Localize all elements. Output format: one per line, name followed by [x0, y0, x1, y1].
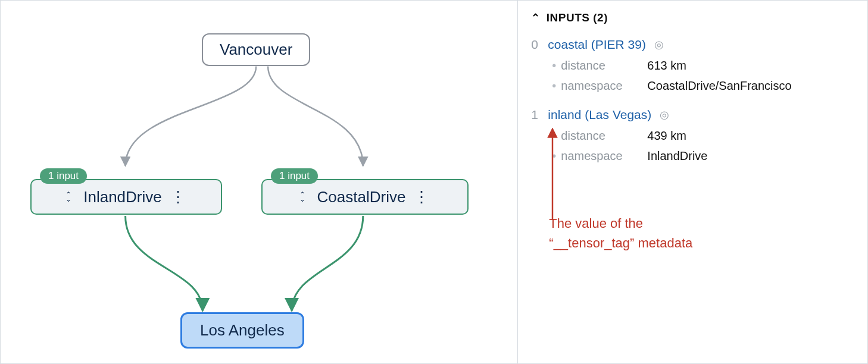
- kv-key: namespace: [561, 76, 647, 96]
- annotation-text: The value of the “__tensor_tag” metadata: [549, 214, 854, 253]
- node-source-label: Vancouver: [220, 40, 292, 59]
- node-op-inland[interactable]: 1 input ⌃⌄ InlandDrive ⋮: [30, 179, 222, 215]
- node-op-inland-label: InlandDrive: [83, 188, 162, 206]
- kv-row: • distance 613 km: [552, 55, 854, 76]
- annotation-arrow: [547, 128, 558, 223]
- inputs-section-header[interactable]: ⌃ INPUTS (2): [531, 11, 854, 24]
- root: Vancouver 1 input ⌃⌄ InlandDrive ⋮ 1 inp…: [0, 0, 868, 364]
- node-op-coastal[interactable]: 1 input ⌃⌄ CoastalDrive ⋮: [261, 179, 469, 215]
- badge-coastal: 1 input: [271, 168, 318, 184]
- input-row: 1 inland (Las Vegas) ◎ • distance 439 km…: [531, 108, 854, 166]
- bullet-icon: •: [552, 55, 556, 76]
- annotation-line-2: “__tensor_tag” metadata: [549, 236, 692, 250]
- kv-value: CoastalDrive/SanFrancisco: [647, 76, 791, 96]
- kv-key: distance: [561, 55, 647, 76]
- expand-icon[interactable]: ⌃⌄: [62, 192, 75, 202]
- kv-row: • namespace InlandDrive: [552, 146, 854, 166]
- edge-vancouver-coastal: [268, 66, 363, 166]
- kv-row: • distance 439 km: [552, 125, 854, 146]
- node-op-coastal-label: CoastalDrive: [317, 188, 406, 206]
- inputs-title: INPUTS (2): [547, 11, 608, 24]
- node-source[interactable]: Vancouver: [202, 33, 310, 66]
- annotation-line-1: The value of the: [549, 216, 643, 231]
- kv-key: distance: [561, 125, 647, 146]
- input-index: 0: [531, 37, 539, 52]
- kebab-menu-icon[interactable]: ⋮: [414, 189, 429, 205]
- edge-vancouver-inland: [126, 66, 257, 166]
- chevron-up-icon: ⌃: [531, 11, 541, 24]
- input-row: 0 coastal (PIER 39) ◎ • distance 613 km …: [531, 37, 854, 96]
- kv-value: 439 km: [647, 125, 686, 146]
- kv-value: InlandDrive: [647, 146, 707, 166]
- node-sink[interactable]: Los Angeles: [180, 312, 304, 349]
- side-panel: ⌃ INPUTS (2) 0 coastal (PIER 39) ◎ • dis…: [518, 1, 867, 363]
- expand-icon[interactable]: ⌃⌄: [296, 192, 309, 202]
- edge-inland-la: [126, 216, 203, 311]
- node-sink-label: Los Angeles: [200, 321, 285, 340]
- kv-key: namespace: [561, 146, 647, 166]
- kv-row: • namespace CoastalDrive/SanFrancisco: [552, 76, 854, 96]
- input-name[interactable]: coastal (PIER 39): [548, 37, 646, 52]
- locate-icon[interactable]: ◎: [660, 108, 669, 121]
- edge-coastal-la: [292, 216, 363, 311]
- input-name[interactable]: inland (Las Vegas): [548, 108, 651, 122]
- input-index: 1: [531, 108, 539, 122]
- locate-icon[interactable]: ◎: [654, 38, 664, 51]
- bullet-icon: •: [552, 76, 556, 96]
- badge-inland: 1 input: [40, 168, 87, 184]
- graph-canvas: Vancouver 1 input ⌃⌄ InlandDrive ⋮ 1 inp…: [1, 1, 518, 363]
- kebab-menu-icon[interactable]: ⋮: [170, 189, 186, 205]
- kv-value: 613 km: [647, 55, 686, 76]
